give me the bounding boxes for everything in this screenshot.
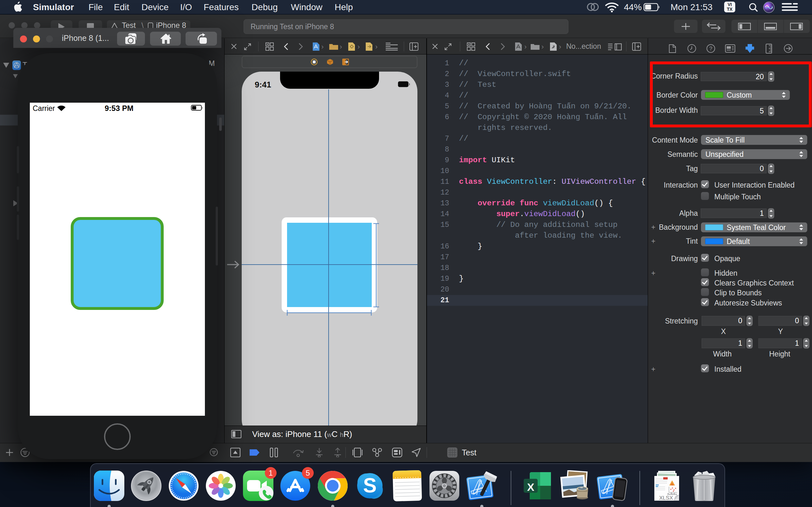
svg-text:X: X — [527, 481, 535, 493]
svg-text:XLSX: XLSX — [659, 495, 673, 501]
svg-text:?: ? — [709, 46, 712, 52]
svg-text:S: S — [363, 474, 377, 497]
